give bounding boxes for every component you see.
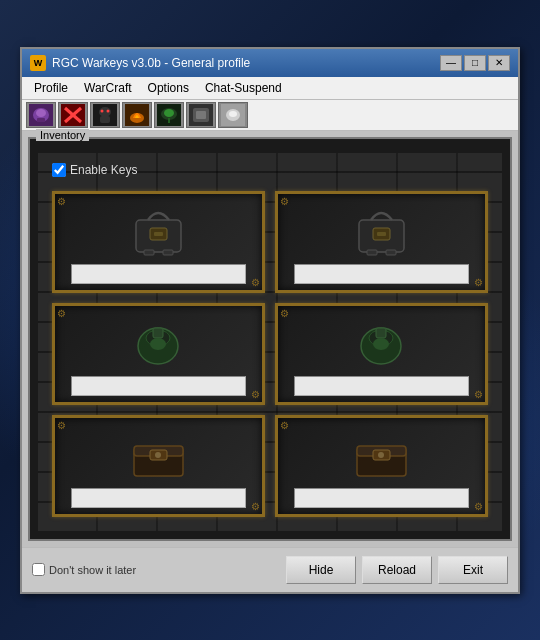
- maximize-button[interactable]: □: [464, 55, 486, 71]
- bottom-bar: Don't show it later Hide Reload Exit: [22, 547, 518, 592]
- menu-bar: Profile WarCraft Options Chat-Suspend: [22, 77, 518, 100]
- svg-point-2: [36, 109, 46, 117]
- key-input-6[interactable]: [294, 488, 470, 508]
- enable-keys-label[interactable]: Enable Keys: [70, 163, 137, 177]
- toolbar-icon-3[interactable]: [90, 102, 120, 128]
- bottom-buttons: Hide Reload Exit: [286, 556, 508, 584]
- inventory-cell-4: [275, 303, 488, 405]
- item-icon-6: [347, 424, 417, 484]
- reload-button[interactable]: Reload: [362, 556, 432, 584]
- menu-options[interactable]: Options: [140, 79, 197, 97]
- inventory-panel: Inventory Enable Keys: [28, 137, 512, 541]
- svg-rect-28: [163, 250, 173, 255]
- svg-point-45: [155, 452, 161, 458]
- svg-rect-36: [153, 328, 163, 338]
- toolbar-icon-1[interactable]: [26, 102, 56, 128]
- svg-point-37: [150, 338, 166, 350]
- menu-chat-suspend[interactable]: Chat-Suspend: [197, 79, 290, 97]
- inventory-background: Enable Keys: [38, 153, 502, 531]
- dont-show-checkbox[interactable]: [32, 563, 45, 576]
- inventory-cell-6: [275, 415, 488, 517]
- title-bar: W RGC Warkeys v3.0b - General profile — …: [22, 49, 518, 77]
- svg-point-11: [107, 109, 110, 112]
- item-icon-3: [124, 312, 194, 372]
- svg-rect-9: [100, 116, 110, 123]
- window-title: RGC Warkeys v3.0b - General profile: [52, 56, 250, 70]
- toolbar-icon-6[interactable]: [186, 102, 216, 128]
- item-icon-1: [124, 200, 194, 260]
- exit-button[interactable]: Exit: [438, 556, 508, 584]
- item-icon-2: [347, 200, 417, 260]
- key-input-5[interactable]: [71, 488, 247, 508]
- hide-button[interactable]: Hide: [286, 556, 356, 584]
- svg-rect-26: [154, 232, 163, 236]
- menu-profile[interactable]: Profile: [26, 79, 76, 97]
- toolbar-icon-4[interactable]: [122, 102, 152, 128]
- item-icon-4: [347, 312, 417, 372]
- dont-show-row: Don't show it later: [32, 563, 136, 576]
- svg-rect-32: [367, 250, 377, 255]
- svg-rect-17: [168, 118, 170, 123]
- enable-keys-row: Enable Keys: [48, 163, 492, 177]
- close-button[interactable]: ✕: [488, 55, 510, 71]
- key-input-3[interactable]: [71, 376, 247, 396]
- svg-rect-27: [144, 250, 154, 255]
- key-input-2[interactable]: [294, 264, 470, 284]
- inventory-grid: [48, 187, 492, 521]
- key-input-4[interactable]: [294, 376, 470, 396]
- svg-point-23: [229, 111, 237, 117]
- dont-show-label[interactable]: Don't show it later: [49, 564, 136, 576]
- toolbar-icon-2[interactable]: [58, 102, 88, 128]
- svg-point-10: [101, 109, 104, 112]
- svg-point-49: [378, 452, 384, 458]
- toolbar-icon-5[interactable]: [154, 102, 184, 128]
- inventory-cell-3: [52, 303, 265, 405]
- inventory-cell-5: [52, 415, 265, 517]
- inventory-cell-2: [275, 191, 488, 293]
- minimize-button[interactable]: —: [440, 55, 462, 71]
- svg-rect-20: [196, 111, 206, 119]
- key-input-1[interactable]: [71, 264, 247, 284]
- toolbar-icon-7[interactable]: [218, 102, 248, 128]
- enable-keys-checkbox[interactable]: [52, 163, 66, 177]
- svg-rect-40: [376, 328, 386, 338]
- svg-point-16: [164, 109, 174, 117]
- inventory-label: Inventory: [36, 129, 89, 141]
- app-icon: W: [30, 55, 46, 71]
- svg-point-41: [373, 338, 389, 350]
- toolbar: [22, 100, 518, 131]
- menu-warcraft[interactable]: WarCraft: [76, 79, 140, 97]
- svg-rect-33: [386, 250, 396, 255]
- title-bar-left: W RGC Warkeys v3.0b - General profile: [30, 55, 250, 71]
- item-icon-5: [124, 424, 194, 484]
- main-window: W RGC Warkeys v3.0b - General profile — …: [20, 47, 520, 594]
- inventory-cell-1: [52, 191, 265, 293]
- svg-rect-31: [377, 232, 386, 236]
- svg-point-8: [99, 107, 111, 117]
- svg-rect-3: [37, 118, 45, 122]
- title-buttons: — □ ✕: [440, 55, 510, 71]
